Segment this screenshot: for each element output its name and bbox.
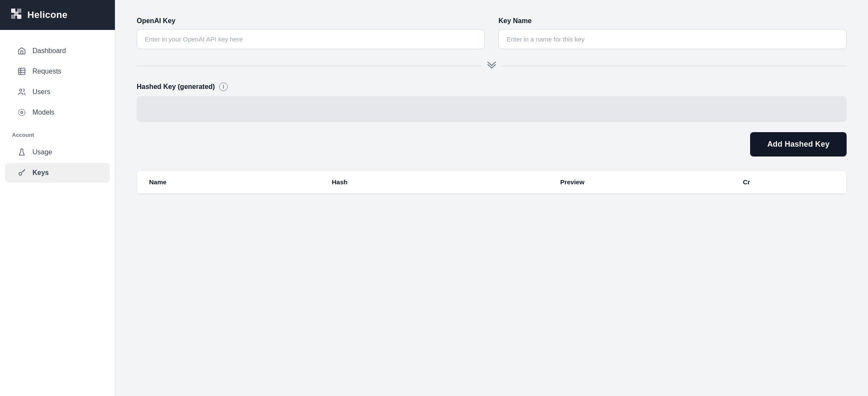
main-content: OpenAI Key Key Name Hashed Key (generate… [115, 0, 868, 396]
table-col-cr: Cr [743, 178, 834, 186]
hashed-key-input [137, 96, 847, 122]
divider-line-right [501, 66, 847, 66]
sidebar-navigation: Dashboard Requests [0, 30, 115, 396]
sidebar-item-keys-label: Keys [32, 169, 49, 177]
users-icon [17, 88, 26, 96]
sidebar-item-models-label: Models [32, 109, 55, 116]
svg-point-10 [21, 112, 23, 114]
sidebar-item-keys[interactable]: Keys [5, 163, 110, 183]
svg-rect-5 [19, 68, 25, 75]
hashed-key-label: Hashed Key (generated) [137, 83, 215, 91]
flask-icon [17, 148, 26, 157]
key-name-group: Key Name [499, 17, 847, 49]
sidebar-item-users[interactable]: Users [5, 82, 110, 102]
chevron-down-icon [482, 61, 501, 71]
keys-table: Name Hash Preview Cr [137, 170, 847, 195]
sidebar-item-dashboard[interactable]: Dashboard [5, 41, 110, 61]
account-section-label: Account [0, 123, 115, 142]
divider-line-left [137, 66, 482, 66]
divider-row [137, 61, 847, 71]
key-form-section: OpenAI Key Key Name Hashed Key (generate… [137, 17, 847, 195]
table-icon [17, 67, 26, 76]
sidebar-item-usage-label: Usage [32, 148, 52, 156]
sidebar-item-users-label: Users [32, 88, 50, 96]
sidebar-item-dashboard-label: Dashboard [32, 47, 66, 55]
home-icon [17, 47, 26, 55]
key-icon [17, 168, 26, 177]
svg-rect-4 [14, 12, 18, 16]
openai-key-label: OpenAI Key [137, 17, 485, 25]
add-hashed-key-button[interactable]: Add Hashed Key [750, 132, 847, 157]
table-col-preview: Preview [560, 178, 743, 186]
svg-point-12 [19, 172, 22, 175]
sidebar-item-requests-label: Requests [32, 68, 62, 75]
sidebar-item-models[interactable]: Models [5, 103, 110, 122]
logo-text: Helicone [27, 9, 67, 21]
table-col-hash: Hash [332, 178, 560, 186]
logo-icon [10, 8, 22, 22]
table-divider [137, 194, 846, 194]
sidebar-item-usage[interactable]: Usage [5, 142, 110, 162]
svg-point-9 [20, 89, 22, 91]
openai-key-group: OpenAI Key [137, 17, 485, 49]
key-inputs-row: OpenAI Key Key Name [137, 17, 847, 49]
sidebar: Helicone Dashboard Reques [0, 0, 115, 396]
hashed-key-label-row: Hashed Key (generated) i [137, 83, 847, 91]
svg-point-11 [19, 109, 25, 116]
table-header: Name Hash Preview Cr [137, 171, 846, 194]
openai-key-input[interactable] [137, 29, 485, 49]
sidebar-item-requests[interactable]: Requests [5, 62, 110, 81]
models-icon [17, 108, 26, 117]
key-name-input[interactable] [499, 29, 847, 49]
logo-container: Helicone [0, 0, 115, 30]
button-row: Add Hashed Key [137, 132, 847, 157]
key-name-label: Key Name [499, 17, 847, 25]
info-icon[interactable]: i [219, 83, 228, 91]
table-col-name: Name [149, 178, 332, 186]
